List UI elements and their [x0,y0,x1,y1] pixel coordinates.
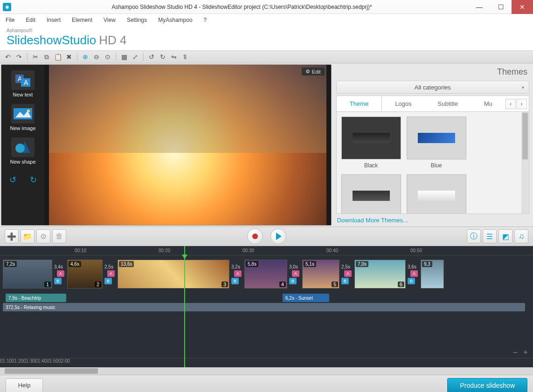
audio-clip[interactable]: 6,2s - Sunset [283,294,329,302]
rotate-left-icon[interactable]: ↺ [147,53,156,61]
categories-dropdown[interactable]: All categories [336,81,529,94]
main-toolbar: ↶ ↷ ✂ ⧉ 📋 ✖ ⊕ ⊖ ⊙ ▦ ⤢ ↺ ↻ ⇋ ⥮ [0,50,533,63]
flip-h-icon[interactable]: ⇋ [170,53,178,61]
settings-button[interactable]: ⚙ [36,229,50,243]
zoom-fit-icon[interactable]: ⊙ [104,53,112,61]
paste-icon[interactable]: 📋 [54,53,62,61]
delete-icon[interactable]: ✖ [65,53,73,61]
theme-grid: BlackBlueGreyWhite [336,111,529,214]
tab-music[interactable]: Mu [471,96,505,111]
new-text-button[interactable]: AA New text [11,70,35,97]
delete-slide-button[interactable]: 🗑 [52,229,66,243]
info-button[interactable]: ⓘ [467,229,481,243]
maximize-button[interactable]: ☐ [490,0,512,14]
redo-icon[interactable]: ↷ [15,53,23,61]
brand-logo: Ashampoo® SlideshowStudioHD 4 [0,26,533,50]
tab-subtitle[interactable]: Subtitle [425,96,471,111]
themes-scrollbar[interactable] [521,112,529,213]
download-themes-link[interactable]: Download More Themes... [336,214,529,227]
tab-theme[interactable]: Theme [337,96,382,111]
playhead[interactable] [184,246,185,367]
flip-v-icon[interactable]: ⥮ [181,53,189,61]
timeline-view-button[interactable]: ☰ [483,229,497,243]
themes-panel: Themes All categories Theme Logos Subtit… [332,63,533,227]
timeline-clip[interactable]: 7,0s6 [354,260,406,289]
tab-logos[interactable]: Logos [382,96,424,111]
tab-prev-button[interactable]: ‹ [505,99,516,109]
bottom-bar: Help Produce slideshow [0,375,533,392]
transition[interactable]: 3,6sAB [408,260,419,289]
timeline-clip[interactable]: 4,6s2 [67,260,103,289]
theme-tabs: Theme Logos Subtitle Mu ‹ › [336,96,529,111]
timeline-clip[interactable]: 7,2s1 [3,260,52,289]
window-title: Ashampoo Slideshow Studio HD 4 - Slidesh… [15,4,469,10]
timeline-h-scrollbar[interactable] [0,367,533,375]
zoom-in-icon[interactable]: ⊕ [81,53,90,61]
menu-insert[interactable]: Insert [47,17,61,23]
ruler-top[interactable]: 00:1000:2000:3000:4000:50 [0,246,533,255]
rotate-ccw-button[interactable]: ↺ [7,174,19,186]
tab-next-button[interactable]: › [517,99,527,109]
produce-slideshow-button[interactable]: Produce slideshow [447,378,527,392]
transition[interactable]: 3,2sAB [231,260,242,289]
preview-image[interactable] [49,65,326,225]
timeline[interactable]: 00:1000:2000:3000:4000:50 7,2s13,4sAB4,6… [0,246,533,367]
zoom-in-timeline-button[interactable]: + [521,348,530,357]
transition-button[interactable]: ◩ [498,229,512,243]
menu-help[interactable]: ? [204,17,207,23]
svg-rect-4 [14,108,32,119]
playback-controls: ➕ 📁 ⚙ 🗑 ⓘ ☰ ◩ ♫ [0,227,533,246]
gear-icon: ⚙ [305,69,310,75]
menu-file[interactable]: File [6,17,14,23]
audio-clip[interactable]: 7,9s - Beachtrip [6,294,66,302]
timeline-clip[interactable]: 5,8s4 [244,260,287,289]
zoom-out-icon[interactable]: ⊖ [92,53,101,61]
menu-element[interactable]: Element [72,17,92,23]
ruler-bottom[interactable]: 01:1001:2001:3001:4001:5002:00 [0,358,533,367]
add-slide-button[interactable]: ➕ [5,229,19,243]
play-button[interactable] [270,228,286,244]
add-folder-button[interactable]: 📁 [21,229,35,243]
theme-item[interactable]: Grey [341,174,401,214]
new-shape-button[interactable]: New shape [10,138,35,165]
title-bar: ◉ Ashampoo Slideshow Studio HD 4 - Slide… [0,0,533,14]
clip-track[interactable]: 7,2s13,4sAB4,6s22,5sAB13,6s33,2sAB5,8s43… [0,255,533,293]
edit-preview-button[interactable]: ⚙ Edit [302,68,325,76]
transition[interactable]: 3,4sAB [54,260,65,289]
undo-icon[interactable]: ↶ [4,53,12,61]
svg-point-6 [27,110,30,112]
transition[interactable]: 3,0sAB [289,260,300,289]
arrange-icon[interactable]: ▦ [120,53,128,61]
new-image-button[interactable]: New image [10,104,35,131]
transition[interactable]: 2,5sAB [104,260,116,289]
menu-settings[interactable]: Settings [127,17,147,23]
timeline-clip[interactable]: 5,1s5 [302,260,339,289]
record-button[interactable] [247,228,263,244]
help-button[interactable]: Help [6,378,43,392]
transition[interactable]: 2,5sAB [341,260,353,289]
theme-item[interactable]: Black [341,117,401,169]
music-button[interactable]: ♫ [514,229,528,243]
app-icon: ◉ [3,3,11,11]
preview-panel: AA New text New image New shape ↺ ↻ ⚙ Ed… [1,64,332,226]
close-button[interactable]: ✕ [512,0,533,14]
svg-point-8 [15,144,25,153]
rotate-cw-button[interactable]: ↻ [27,174,39,186]
theme-item[interactable]: White [407,174,466,214]
copy-icon[interactable]: ⧉ [42,53,51,61]
menu-view[interactable]: View [104,17,116,23]
zoom-out-timeline-button[interactable]: − [511,348,520,357]
rotate-right-icon[interactable]: ↻ [159,53,167,61]
insert-tools: AA New text New image New shape ↺ ↻ [1,65,44,225]
music-track[interactable]: 372,5s - Relaxing music [3,303,525,311]
cut-icon[interactable]: ✂ [31,53,40,61]
menu-edit[interactable]: Edit [26,17,35,23]
timeline-clip[interactable]: 13,6s3 [118,260,229,289]
minimize-button[interactable]: — [469,0,490,14]
svg-text:A: A [24,79,28,86]
theme-item[interactable]: Blue [407,117,466,169]
menu-myashampoo[interactable]: MyAshampoo [158,17,192,23]
expand-icon[interactable]: ⤢ [131,53,139,61]
themes-title: Themes [336,65,529,81]
menu-bar: File Edit Insert Element View Settings M… [0,14,533,26]
